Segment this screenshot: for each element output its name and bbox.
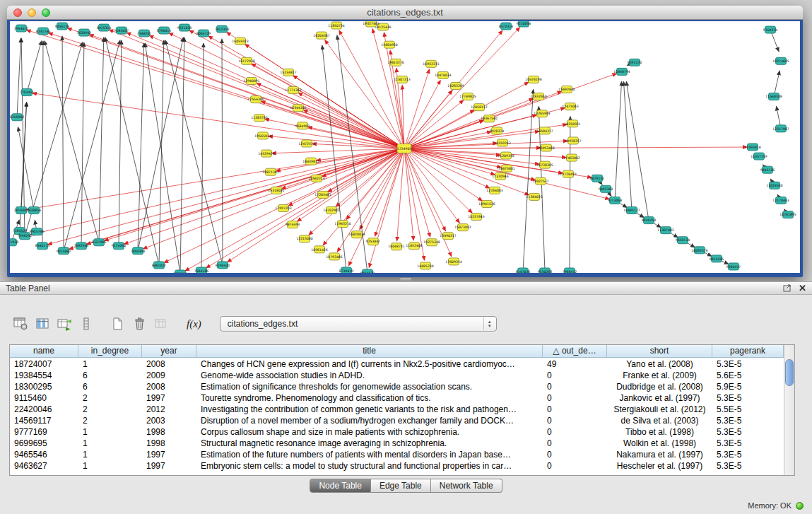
zoom-window-icon[interactable] [42,8,50,17]
table-cell: 5.3E-5 [712,449,784,460]
table-cell: Yano et al. (2008) [607,358,712,370]
graph-node-label: 9015082 [57,250,71,253]
graph-node-label: 10871301 [262,170,278,174]
column-header-short[interactable]: short [607,345,712,357]
close-window-icon[interactable] [13,8,22,17]
node-table: namein_degreeyeartitle△ out_de…shortpage… [9,344,795,476]
row-height-icon[interactable] [78,315,94,332]
column-header-name[interactable]: name [10,345,78,357]
table-row[interactable]: 1830029562008Estimation of significance … [10,381,784,392]
close-panel-icon[interactable]: ✕ [799,284,806,293]
graph-node-label: 17832650 [530,95,546,98]
table-cell: Tibbo et al. (1998) [607,426,712,438]
graph-node-label: 9521038 [177,26,192,30]
graph-node-label: 14927531 [532,180,548,183]
column-header-in_degree[interactable]: in_degree [78,345,142,357]
graph-node-label: 18439871 [302,160,319,163]
create-column-icon[interactable] [110,315,125,332]
graph-node-label: 10938257 [565,139,581,143]
graph-node-label: 12217987 [772,127,789,131]
graph-node-label: 9174260 [112,244,126,247]
table-source-value: citations_edges.txt [228,319,298,329]
graph-node-label: 13728459 [560,173,576,176]
table-cell: 1998 [142,438,196,449]
column-header-title[interactable]: title [196,345,543,357]
graph-node-label: 8679152 [590,177,605,180]
splitter-handle[interactable] [400,278,411,281]
table-row[interactable]: 946362711997Embryonic stem cells: a mode… [10,460,784,472]
function-builder-icon[interactable]: f(x) [184,315,204,332]
table-row[interactable]: 1938455462009Genome-wide association stu… [10,370,784,381]
graph-node-label: 16344205 [290,106,306,110]
graph-node-label: 12170463 [772,199,789,202]
table-cell: 9463627 [10,460,78,472]
float-panel-icon[interactable] [783,284,792,292]
graph-node-label: 19327465 [363,22,379,25]
show-columns-icon[interactable] [35,315,50,332]
graph-node-label: 19613276 [387,61,404,64]
graph-node-label: 15692840 [558,88,575,91]
table-cell: Hescheler et al. (1997) [607,460,712,472]
table-row[interactable]: 2242004622012Investigating the contribut… [10,404,784,415]
table-cell: Nakamura et al. (1997) [607,449,712,460]
graph-node-label: 7504186 [194,269,209,273]
tab-edge-table[interactable]: Edge Table [371,479,431,493]
delete-column-icon[interactable] [131,315,147,332]
table-cell: 9115460 [10,392,78,404]
column-header-year[interactable]: year [142,345,196,357]
scrollbar-thumb[interactable] [785,359,794,386]
tab-node-table[interactable]: Node Table [310,479,371,493]
graph-node-label: 18793406 [326,255,342,259]
graph-node-label: 16055923 [232,40,248,43]
graph-node-label: 16932215 [423,62,439,66]
table-cell: Wolkin et al. (1998) [607,438,712,449]
graph-node-label: 17554300 [247,98,264,101]
table-row[interactable]: 1456911722003Disruption of a novel membe… [10,415,784,426]
table-cell: 1 [78,438,142,449]
graph-node-label: 15873092 [454,226,471,229]
table-row[interactable]: 977716911998Corpus callosum shape and si… [10,426,784,438]
table-source-dropdown[interactable]: citations_edges.txt ▲ ▼ [220,316,497,332]
graph-node-label: 8475310 [97,26,112,30]
graph-node-label: 11850734 [328,24,344,28]
table-cell: 0 [543,370,607,381]
network-canvas[interactable]: 1605592318172938129400911755430011283790… [10,21,800,273]
graph-node-label: 17205461 [314,193,331,197]
graph-node-label: 8936250 [642,218,657,222]
minimize-window-icon[interactable] [28,8,36,17]
tab-network-table[interactable]: Network Table [431,479,502,493]
window-titlebar[interactable]: citations_edges.txt [7,6,803,20]
graph-node-label: 9064528 [360,271,375,273]
table-row[interactable]: 969969511998Structural magnetic resonanc… [10,438,784,449]
table-cell: 0 [543,392,607,404]
graph-node-label: 9360417 [726,265,741,269]
table-cell: 2 [78,404,142,415]
graph-node-label: 9402368 [599,187,613,191]
table-cell: Corpus callosum shape and size in male p… [196,426,543,438]
import-table-icon[interactable] [153,315,169,332]
graph-node-label: 11024530 [766,184,782,187]
table-scrollbar[interactable] [784,345,794,475]
memory-ok-icon [796,502,804,510]
graph-node-label: 12940091 [243,79,259,83]
graph-node-label: 19565014 [254,134,271,138]
citation-network-graph[interactable]: 1605592318172938129400911755430011283790… [10,21,800,273]
graph-node-label: 17463082 [563,156,579,160]
column-header-pagerank[interactable]: pagerank [712,345,784,357]
table-row[interactable]: 1872400712008Changes of HCN gene express… [10,358,784,370]
column-header-out_de[interactable]: △ out_de… [543,345,607,357]
refresh-table-icon[interactable] [57,315,72,332]
graph-node-label: 9658134 [676,238,690,242]
table-header: namein_degreeyeartitle△ out_de…shortpage… [10,345,784,358]
graph-node-label: 11283790 [251,116,267,119]
table-cell: 0 [543,381,607,392]
table-row[interactable]: 946554611997Estimation of the future num… [10,449,784,460]
table-mode-icon[interactable] [13,315,28,332]
graph-node-label: 7936251 [18,234,33,238]
graph-node-label: 9928374 [490,129,505,133]
graph-node-label: 8814205 [710,257,724,261]
graph-node-label: 10476198 [525,78,541,81]
graph-node-label: 8231746 [36,30,51,33]
table-row[interactable]: 911546021997Tourette syndrome. Phenomeno… [10,392,784,404]
graph-node-label: 13265904 [534,112,550,115]
